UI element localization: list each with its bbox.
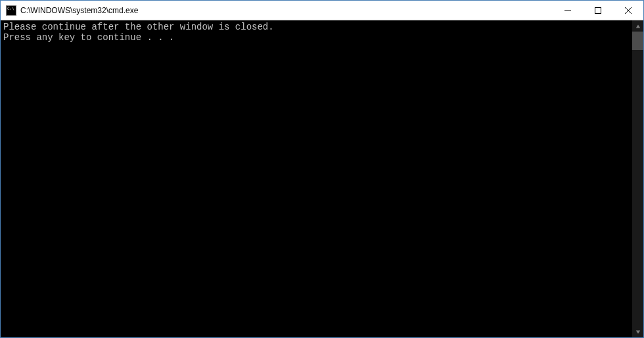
terminal-content[interactable]: Please continue after the other window i… [1, 20, 632, 337]
window-title: C:\WINDOWS\system32\cmd.exe [20, 6, 138, 15]
maximize-button[interactable] [583, 1, 613, 20]
terminal-line: Please continue after the other window i… [3, 22, 274, 32]
minimize-button[interactable] [553, 1, 583, 20]
window-controls [553, 1, 643, 20]
svg-marker-5 [635, 330, 639, 333]
svg-marker-4 [635, 24, 639, 28]
terminal-line: Press any key to continue . . . [3, 32, 174, 43]
scroll-track[interactable] [632, 32, 643, 326]
titlebar[interactable]: C:\WINDOWS\system32\cmd.exe [1, 1, 643, 20]
cmd-icon [6, 5, 16, 16]
cmd-window: C:\WINDOWS\system32\cmd.exe Please conti… [0, 0, 644, 338]
terminal-body: Please continue after the other window i… [1, 20, 643, 337]
scroll-down-icon[interactable] [632, 326, 643, 337]
close-button[interactable] [613, 1, 643, 20]
svg-rect-1 [595, 7, 601, 13]
scroll-up-icon[interactable] [632, 20, 643, 32]
scroll-thumb[interactable] [632, 32, 643, 50]
vertical-scrollbar[interactable] [632, 20, 643, 337]
